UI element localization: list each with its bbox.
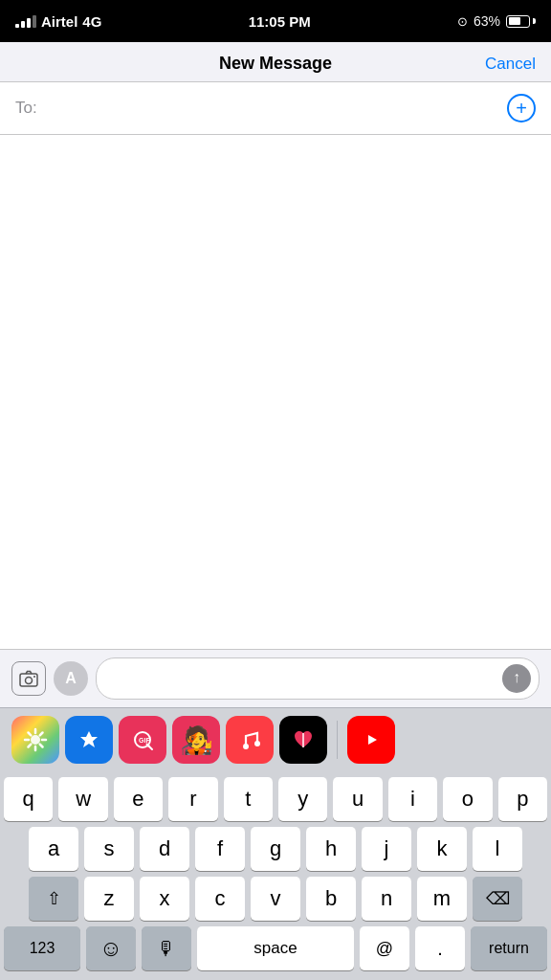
carrier-name: Airtel [41,13,77,30]
status-bar: Airtel 4G 11:05 PM ⊙ 63% [0,0,551,42]
space-key[interactable]: space [197,926,354,970]
heartcut-icon [290,726,317,753]
delete-key[interactable]: ⌫ [473,877,522,921]
key-c[interactable]: c [195,877,245,921]
heartcut-app-icon[interactable] [279,716,327,764]
camera-icon [19,670,38,687]
message-input[interactable] [110,670,502,687]
battery-percent: 63% [474,13,500,29]
key-d[interactable]: d [140,827,189,871]
key-z[interactable]: z [84,877,134,921]
appstore-shortcut-icon: A [65,670,77,687]
svg-point-16 [243,744,249,749]
mic-key[interactable]: 🎙 [142,926,191,970]
to-input[interactable] [45,99,507,118]
key-a[interactable]: a [29,827,78,871]
cancel-button[interactable]: Cancel [485,55,536,74]
svg-point-2 [33,676,35,678]
keyboard-row-2: a s d f g h j k l [4,827,547,871]
compose-header: New Message Cancel [0,42,551,82]
input-area: A ↑ [0,649,551,707]
key-q[interactable]: q [4,777,53,821]
youtube-icon [358,730,385,749]
appstore-shortcut-button[interactable]: A [54,661,88,696]
key-u[interactable]: u [333,777,382,821]
key-o[interactable]: o [443,777,492,821]
key-y[interactable]: y [278,777,327,821]
key-g[interactable]: g [251,827,300,871]
message-input-container: ↑ [96,657,540,700]
return-key[interactable]: return [471,926,547,970]
svg-point-3 [31,735,40,745]
memoji-emoji-icon: 🧑‍🎤 [180,724,213,756]
location-icon: ⊙ [457,14,468,29]
key-w[interactable]: w [58,777,107,821]
emoji-key[interactable]: ☺ [86,926,136,970]
key-s[interactable]: s [84,827,134,871]
send-button[interactable]: ↑ [502,664,531,693]
message-body[interactable] [0,135,551,649]
key-n[interactable]: n [362,877,411,921]
key-e[interactable]: e [114,777,163,821]
gif-icon: GIF [129,726,156,753]
main-content: New Message Cancel To: + A ↑ [0,42,551,980]
svg-line-11 [29,745,32,747]
music-app-icon[interactable] [226,716,274,764]
music-icon [238,726,261,753]
numbers-key[interactable]: 123 [4,926,80,970]
key-i[interactable]: i [388,777,437,821]
appstore-icon [76,726,102,753]
keyboard-row-1: q w e r t y u i o p [4,777,547,821]
key-v[interactable]: v [251,877,300,921]
to-label: To: [15,99,37,118]
battery-icon [506,15,536,28]
signal-icon [15,15,36,28]
carrier-info: Airtel 4G [15,13,101,30]
key-r[interactable]: r [168,777,217,821]
svg-point-17 [254,741,260,746]
svg-point-1 [26,678,33,684]
appstore-app-icon[interactable] [65,716,113,764]
keyboard-row-4: 123 ☺ 🎙 space @ . return [4,926,547,970]
youtube-app-icon[interactable] [347,716,395,764]
keyboard-row-3: ⇧ z x c v b n m ⌫ [4,877,547,921]
period-key[interactable]: . [415,926,465,970]
to-field-container: To: + [0,82,551,135]
photos-app-icon[interactable] [11,716,59,764]
network-type: 4G [82,13,101,30]
gif-search-icon[interactable]: GIF [119,716,166,764]
key-m[interactable]: m [417,877,467,921]
svg-line-10 [40,733,43,736]
key-f[interactable]: f [195,827,245,871]
svg-text:GIF: GIF [139,737,150,744]
key-t[interactable]: t [224,777,273,821]
key-h[interactable]: h [306,827,356,871]
page-title: New Message [219,54,332,74]
keyboard: q w e r t y u i o p a s d f g h j k l ⇧ … [0,771,551,980]
at-key[interactable]: @ [360,926,409,970]
photos-icon [22,726,49,753]
memoji-app-icon[interactable]: 🧑‍🎤 [172,716,220,764]
status-time: 11:05 PM [249,13,311,30]
send-arrow-icon: ↑ [513,669,520,686]
key-j[interactable]: j [362,827,411,871]
status-indicators: ⊙ 63% [457,13,536,29]
icons-divider [337,721,338,759]
svg-line-9 [40,745,43,747]
key-b[interactable]: b [306,877,356,921]
camera-button[interactable] [11,661,46,696]
shift-key[interactable]: ⇧ [29,877,78,921]
key-p[interactable]: p [498,777,547,821]
add-recipient-button[interactable]: + [507,94,536,122]
key-l[interactable]: l [473,827,522,871]
app-icons-row: GIF 🧑‍🎤 [0,707,551,771]
key-x[interactable]: x [140,877,189,921]
svg-line-8 [29,733,32,736]
key-k[interactable]: k [417,827,467,871]
